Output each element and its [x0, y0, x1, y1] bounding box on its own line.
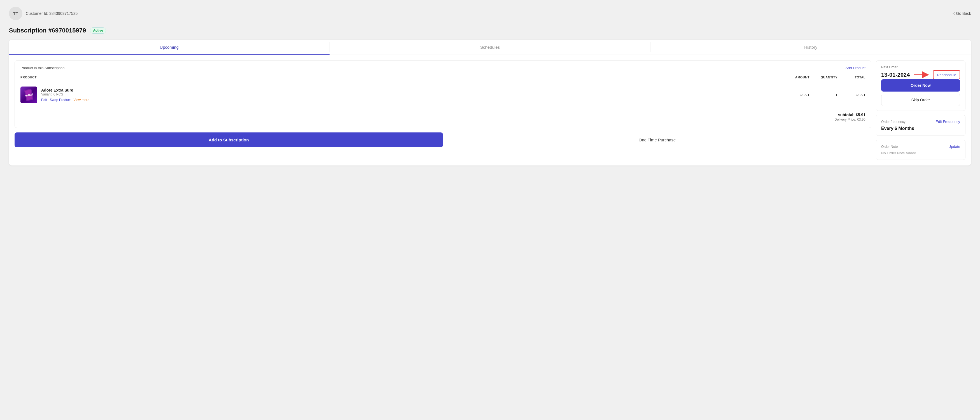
col-product: PRODUCT	[21, 76, 781, 79]
product-card-header: Product in this Subscription Add Product	[21, 66, 865, 70]
subscription-header: Subscription #6970015979 Active	[9, 27, 971, 34]
col-total: TOTAL	[837, 76, 865, 79]
delivery-text: Delivery Price: €3.95	[21, 118, 865, 121]
status-badge: Active	[90, 27, 106, 33]
tab-upcoming[interactable]: Upcoming	[9, 40, 329, 55]
next-order-label: Next Order	[881, 65, 960, 69]
product-image: ADORE	[21, 86, 37, 103]
customer-info: TT Customer Id: 3843903717525	[9, 7, 78, 20]
subtotal-text: subtotal: €5.91	[21, 113, 865, 117]
product-actions: Edit Swap Product View more	[41, 98, 89, 102]
one-time-purchase-button[interactable]: One Time Purchase	[443, 132, 871, 147]
order-note-value: No Order Note Added	[881, 151, 960, 155]
order-frequency-value: Every 6 Months	[881, 126, 960, 131]
bottom-buttons: Add to Subscription One Time Purchase	[14, 132, 871, 147]
next-order-date: 13-01-2024	[881, 72, 910, 78]
product-image-inner: ADORE	[21, 86, 37, 103]
tab-history[interactable]: History	[651, 40, 971, 55]
left-panel: Product in this Subscription Add Product…	[14, 60, 871, 160]
col-amount: AMOUNT	[781, 76, 810, 79]
tab-schedules[interactable]: Schedules	[330, 40, 651, 55]
next-order-card: Next Order 13-01-2024	[876, 60, 966, 111]
view-more-link[interactable]: View more	[73, 98, 89, 102]
product-img-svg: ADORE	[24, 89, 33, 101]
order-frequency-label: Order frequency	[881, 120, 905, 124]
product-quantity: 1	[810, 93, 837, 97]
customer-id: Customer Id: 3843903717525	[26, 11, 78, 16]
skip-order-button[interactable]: Skip Order	[881, 94, 960, 106]
product-table-header: PRODUCT AMOUNT QUANTITY TOTAL	[21, 74, 865, 81]
product-info: ADORE Adore Extra Sure Variant: 6 PCS Ed…	[21, 86, 781, 103]
product-total: €5.91	[837, 93, 865, 97]
update-note-link[interactable]: Update	[948, 145, 960, 149]
product-variant: Variant: 6 PCS	[41, 92, 89, 96]
content-area: Product in this Subscription Add Product…	[9, 55, 971, 165]
product-row: ADORE Adore Extra Sure Variant: 6 PCS Ed…	[21, 84, 865, 106]
reschedule-area: Reschedule	[913, 70, 960, 79]
next-order-row: 13-01-2024	[881, 70, 960, 79]
order-note-header: Order Note Update	[881, 145, 960, 149]
add-subscription-button[interactable]: Add to Subscription	[14, 132, 443, 147]
order-frequency-header: Order frequency Edit Frequency	[881, 119, 960, 124]
product-card-title: Product in this Subscription	[21, 66, 65, 70]
avatar: TT	[9, 7, 22, 20]
red-arrow-icon	[913, 72, 930, 78]
product-amount: €5.91	[781, 93, 810, 97]
swap-product-link[interactable]: Swap Product	[50, 98, 71, 102]
edit-frequency-link[interactable]: Edit Frequency	[936, 119, 960, 124]
subscription-title: Subscription #6970015979	[9, 27, 86, 34]
add-product-link[interactable]: Add Product	[845, 66, 865, 70]
right-panel: Next Order 13-01-2024	[876, 60, 966, 160]
reschedule-label: Reschedule	[937, 73, 956, 77]
product-card: Product in this Subscription Add Product…	[14, 60, 871, 128]
product-name: Adore Extra Sure	[41, 88, 89, 92]
order-note-card: Order Note Update No Order Note Added	[876, 140, 966, 160]
main-card: Upcoming Schedules History Product in th…	[9, 40, 971, 165]
col-quantity: QUANTITY	[810, 76, 837, 79]
reschedule-button[interactable]: Reschedule	[933, 70, 960, 79]
subtotal-row: subtotal: €5.91 Delivery Price: €3.95	[21, 109, 865, 123]
go-back-button[interactable]: < Go Back	[953, 11, 971, 16]
edit-product-link[interactable]: Edit	[41, 98, 47, 102]
tabs-row: Upcoming Schedules History	[9, 40, 971, 55]
order-note-label: Order Note	[881, 145, 898, 149]
top-bar: TT Customer Id: 3843903717525 < Go Back	[9, 7, 971, 20]
order-frequency-card: Order frequency Edit Frequency Every 6 M…	[876, 115, 966, 136]
order-now-button[interactable]: Order Now	[881, 79, 960, 92]
product-details: Adore Extra Sure Variant: 6 PCS Edit Swa…	[41, 88, 89, 102]
